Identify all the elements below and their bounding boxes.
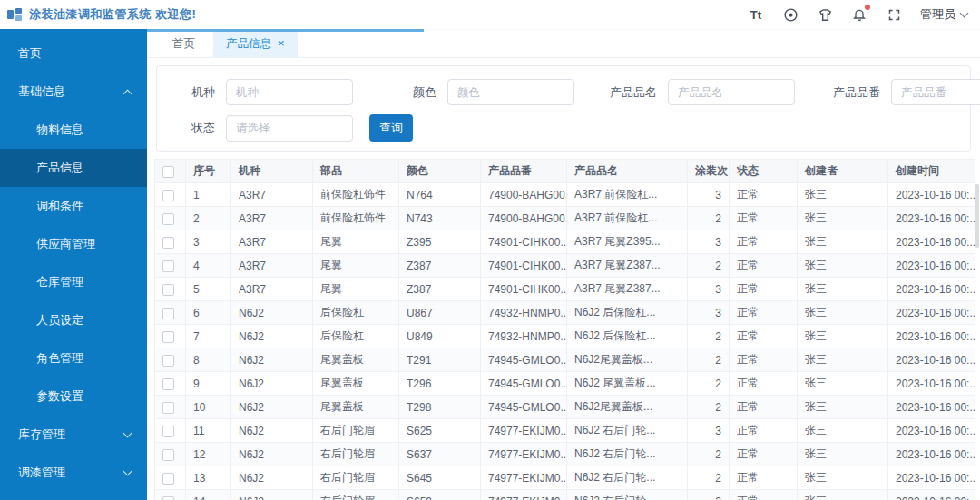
cell: 正常 <box>730 490 798 500</box>
model-input[interactable] <box>226 79 353 105</box>
cell: 4 <box>186 254 231 278</box>
filter-status: 状态 <box>162 115 353 142</box>
cell: 1 <box>186 183 231 207</box>
cell: 3 <box>186 230 231 254</box>
table-row: 10N6J2尾翼盖板T29874945-GMLO0...N6J2尾翼盖板...2… <box>155 396 975 419</box>
data-table-wrap: 序号机种部品颜色产品品番产品品名涂装次状态创建者创建时间 1A3R7前保险杠饰件… <box>154 159 975 500</box>
search-button[interactable]: 查询 <box>369 114 413 142</box>
notification-icon[interactable] <box>851 6 867 23</box>
sidebar-item-参数设置[interactable]: 参数设置 <box>0 377 147 416</box>
cell: 3 <box>688 301 730 325</box>
fullscreen-icon[interactable] <box>886 6 902 23</box>
row-checkbox[interactable] <box>162 496 174 500</box>
theme-icon[interactable] <box>817 6 833 23</box>
cell: 74977-EKIJM0... <box>481 443 567 466</box>
cell: S645 <box>399 466 481 490</box>
tab-home[interactable]: 首页 <box>160 32 208 55</box>
sidebar-item-仓库管理[interactable]: 仓库管理 <box>0 263 147 301</box>
cell: N6J2 尾翼盖板... <box>567 372 688 396</box>
cell: 14 <box>186 490 231 500</box>
user-menu[interactable]: 管理员 <box>920 6 967 23</box>
sidebar-item-物料信息[interactable]: 物料信息 <box>0 111 147 149</box>
sidebar-item-首页[interactable]: 首页 <box>0 34 147 73</box>
product-no-input[interactable] <box>891 79 980 105</box>
cell: 正常 <box>730 443 798 466</box>
cell: 右后门轮眉 <box>313 466 399 490</box>
row-checkbox[interactable] <box>162 402 174 414</box>
cell: N764 <box>399 183 481 207</box>
product-name-label: 产品品名 <box>599 84 668 101</box>
row-checkbox[interactable] <box>162 213 174 225</box>
help-icon[interactable] <box>782 6 799 23</box>
table-row: 8N6J2尾翼盖板T29174945-GMLO0...N6J2尾翼盖板...2正… <box>155 348 975 372</box>
table-row: 13N6J2右后门轮眉S64574977-EKIJM0...N6J2 右后门轮.… <box>155 466 975 490</box>
row-checkbox[interactable] <box>162 473 174 485</box>
sidebar-item-调漆管理[interactable]: 调漆管理 <box>0 454 147 492</box>
font-size-icon[interactable]: Tt <box>748 6 764 23</box>
row-checkbox[interactable] <box>162 190 174 201</box>
row-checkbox-cell <box>155 490 186 500</box>
cell: 正常 <box>730 372 798 396</box>
table-row: 4A3R7尾翼Z38774901-CIHK00...A3R7 尾翼Z387...… <box>155 254 975 278</box>
cell: 张三 <box>798 301 888 325</box>
column-header-创建时间: 创建时间 <box>888 160 975 183</box>
row-checkbox[interactable] <box>162 260 174 272</box>
sidebar-item-label: 角色管理 <box>36 350 83 367</box>
tab-close-icon[interactable]: × <box>278 37 285 49</box>
cell: 尾翼 <box>313 230 399 254</box>
sidebar-item-库存管理[interactable]: 库存管理 <box>0 416 147 454</box>
table-row: 12N6J2右后门轮眉S63774977-EKIJM0...N6J2 右后门轮.… <box>155 443 975 466</box>
sidebar-item-供应商管理[interactable]: 供应商管理 <box>0 225 147 263</box>
row-checkbox[interactable] <box>162 237 174 249</box>
cell: A3R7 <box>231 254 313 278</box>
sidebar-item-label: 产品信息 <box>36 160 83 176</box>
cell: N6J2 <box>231 396 313 419</box>
row-checkbox[interactable] <box>162 426 174 437</box>
row-checkbox[interactable] <box>162 284 174 296</box>
cell: 正常 <box>730 419 798 443</box>
cell: A3R7 <box>231 207 313 230</box>
cell: 张三 <box>798 183 888 207</box>
row-checkbox[interactable] <box>162 331 174 343</box>
sidebar-item-基础信息[interactable]: 基础信息 <box>0 73 147 111</box>
cell: 2023-10-16 00:... <box>888 419 975 443</box>
column-header-创建者: 创建者 <box>798 160 888 183</box>
cell: N6J2 右后门轮... <box>567 490 688 500</box>
filter-model: 机种 <box>162 79 353 105</box>
cell: 2 <box>688 348 730 372</box>
table-scrollbar[interactable] <box>975 184 979 248</box>
cell: 3 <box>688 183 730 207</box>
tab-product-info[interactable]: 产品信息 × <box>213 30 298 57</box>
row-checkbox[interactable] <box>162 308 174 319</box>
row-checkbox[interactable] <box>162 449 174 461</box>
sidebar-item-角色管理[interactable]: 角色管理 <box>0 339 147 377</box>
filter-product-no: 产品品番 <box>822 79 980 105</box>
cell: U849 <box>399 325 481 348</box>
select-all-checkbox[interactable] <box>162 166 174 178</box>
sidebar-item-调和条件[interactable]: 调和条件 <box>0 187 147 225</box>
sidebar-item-label: 首页 <box>18 45 42 62</box>
sidebar-item-label: 调漆管理 <box>18 465 65 481</box>
table-row: 6N6J2后保险杠U86774932-HNMP0...N6J2 后保险杠...3… <box>155 301 975 325</box>
cell: 正常 <box>730 466 798 490</box>
cell: N6J2 <box>231 443 313 466</box>
row-checkbox[interactable] <box>162 378 174 390</box>
cell: 2023-10-16 00:... <box>888 207 975 230</box>
cell: 正常 <box>730 301 798 325</box>
color-input[interactable] <box>447 79 574 105</box>
sidebar-item-label: 人员设定 <box>36 312 83 328</box>
cell: N6J2 右后门轮... <box>567 443 688 466</box>
filter-row-2: 状态 查询 <box>162 114 956 142</box>
cell: 74945-GMLO0... <box>481 372 567 396</box>
row-checkbox[interactable] <box>162 355 174 367</box>
product-name-input[interactable] <box>668 79 795 105</box>
model-label: 机种 <box>162 84 226 101</box>
cell: N6J2尾翼盖板... <box>567 348 688 372</box>
cell: 74932-HNMP0... <box>481 325 567 348</box>
sidebar-item-人员设定[interactable]: 人员设定 <box>0 301 147 339</box>
status-select[interactable] <box>226 115 353 142</box>
sidebar-item-产品信息[interactable]: 产品信息 <box>0 149 147 187</box>
cell: S625 <box>399 419 481 443</box>
cell: 正常 <box>730 396 798 419</box>
chevron-down-icon <box>960 9 969 18</box>
